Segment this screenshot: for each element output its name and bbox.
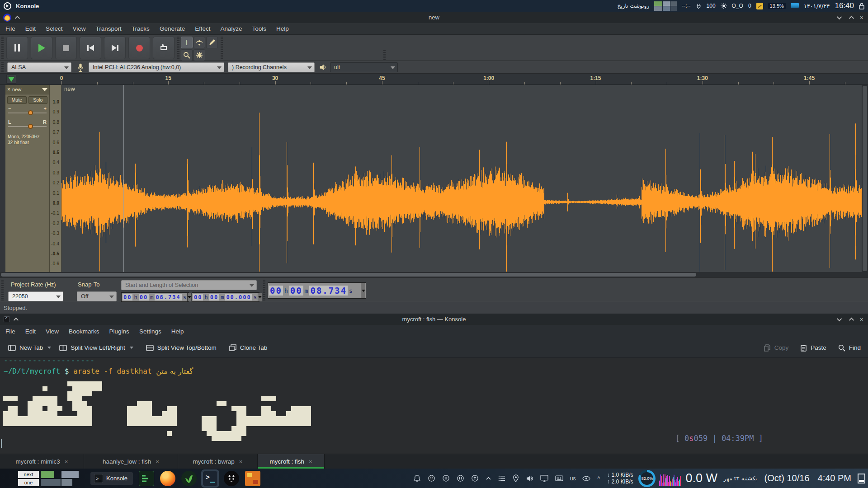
eyes-widget[interactable]: O_O — [732, 3, 743, 9]
timeline-ruler[interactable]: 01530451:001:151:301:45 — [0, 74, 868, 85]
project-rate-select[interactable]: 22050 — [8, 291, 63, 301]
timeline-pin-button[interactable] — [6, 75, 16, 84]
panel-caret[interactable]: ^ — [597, 475, 600, 482]
menu-file[interactable]: File — [5, 25, 15, 32]
keyboard-icon[interactable] — [555, 475, 563, 481]
menu-generate[interactable]: Generate — [160, 25, 185, 32]
pause-circle-icon[interactable] — [457, 474, 464, 482]
active-app-icon[interactable] — [4, 2, 11, 10]
keyboard-layout-indicator[interactable]: us — [570, 475, 576, 482]
vertical-scale-ruler[interactable]: 1.00.90.80.70.60.50.40.30.20.10.0-0.1-0.… — [50, 85, 61, 272]
pager-cell[interactable] — [670, 6, 677, 11]
waveform-area[interactable]: new — [61, 85, 862, 272]
cpu-gauge[interactable]: 82.0% — [638, 470, 656, 487]
menu-edit[interactable]: Edit — [25, 328, 36, 335]
eye-icon[interactable] — [582, 476, 590, 481]
menu-select[interactable]: Select — [46, 25, 63, 32]
gain-thumb[interactable] — [28, 110, 33, 115]
selection-start-field[interactable]: 00h 00m 08.734s — [121, 292, 189, 302]
close-icon[interactable]: × — [860, 316, 863, 323]
pager-widget[interactable]: next one — [18, 471, 39, 486]
maximize-icon[interactable] — [849, 317, 854, 322]
new-tab-button[interactable]: New Tab — [8, 344, 51, 351]
pager-desktop-next[interactable]: next — [18, 471, 39, 478]
snap-to-select[interactable]: Off — [77, 291, 117, 301]
lock-icon[interactable] — [859, 3, 864, 9]
gain-slider[interactable]: − + — [8, 106, 47, 117]
pager-cell[interactable] — [670, 1, 677, 6]
konsole-titlebar[interactable]: mycroft : fish — Konsole × — [0, 314, 868, 325]
find-button[interactable]: Find — [838, 344, 861, 352]
menu-settings[interactable]: Settings — [139, 328, 161, 335]
launcher-plant-icon[interactable] — [181, 471, 197, 486]
menu-edit[interactable]: Edit — [25, 25, 36, 32]
launcher-cat-icon[interactable] — [224, 471, 239, 486]
pager-cell[interactable] — [654, 6, 662, 11]
audio-host-select[interactable]: ALSA — [7, 62, 71, 72]
launcher-terminal-active-icon[interactable]: > — [203, 471, 218, 486]
location-pin-icon[interactable] — [513, 474, 519, 482]
panel-clock[interactable]: 16:40 — [835, 1, 854, 10]
skip-to-end-button[interactable] — [104, 37, 126, 59]
volume-icon[interactable] — [526, 475, 533, 482]
minimize-icon[interactable] — [837, 14, 842, 19]
show-desktop-button[interactable] — [858, 474, 865, 483]
menu-help[interactable]: Help — [171, 328, 184, 335]
sun-icon[interactable] — [721, 3, 727, 9]
audacity-titlebar[interactable]: new × — [0, 12, 868, 23]
menu-bookmarks[interactable]: Bookmarks — [69, 328, 99, 335]
selection-length-field[interactable]: 00h 00m 00.000s — [192, 292, 259, 302]
pager-cell[interactable] — [663, 1, 670, 6]
multi-tool-button[interactable] — [193, 49, 205, 61]
play-button[interactable] — [31, 37, 52, 59]
pan-slider[interactable]: L R — [8, 119, 47, 131]
menu-effect[interactable]: Effect — [195, 25, 210, 32]
display-icon[interactable] — [540, 475, 548, 482]
audio-position-field[interactable]: 00h 00m 08.734s — [268, 282, 366, 299]
paste-button[interactable]: Paste — [800, 344, 826, 352]
menu-plugins[interactable]: Plugins — [109, 328, 129, 335]
pause-circle-icon[interactable] — [442, 474, 450, 482]
upload-circle-icon[interactable] — [471, 474, 479, 482]
menu-help[interactable]: Help — [276, 25, 289, 32]
mute-button[interactable]: Mute — [7, 96, 27, 104]
tab-close-icon[interactable]: × — [309, 458, 312, 465]
close-icon[interactable]: × — [860, 14, 863, 21]
waveform-canvas[interactable] — [61, 85, 862, 272]
zoom-tool-button[interactable] — [181, 49, 193, 61]
clone-tab-button[interactable]: Clone Tab — [229, 344, 268, 351]
tab-haaniye-low-fish[interactable]: haaniye_low : fish× — [84, 454, 178, 469]
shade-window-icon[interactable] — [14, 317, 19, 322]
maximize-icon[interactable] — [849, 15, 854, 20]
pager-cell[interactable] — [663, 6, 670, 11]
split-view-lr-button[interactable]: Split View Left/Right — [59, 344, 133, 351]
menu-view[interactable]: View — [46, 328, 59, 335]
field-spinner[interactable] — [187, 293, 191, 301]
record-button[interactable] — [128, 37, 150, 59]
solo-button[interactable]: Solo — [28, 96, 48, 104]
menu-transport[interactable]: Transport — [96, 25, 122, 32]
taskbar-time[interactable]: 4:40 PM — [818, 473, 851, 483]
tab-mycroft-mimic3[interactable]: mycroft : mimic3× — [0, 454, 84, 469]
track-close-button[interactable]: × — [7, 86, 10, 93]
taskbar-date[interactable]: (Oct) 10/16 — [764, 473, 809, 483]
tab-close-icon[interactable]: × — [156, 458, 159, 465]
tray-expander-icon[interactable] — [486, 476, 491, 480]
tab-mycroft-fish[interactable]: mycroft : fish× — [258, 454, 325, 469]
pause-button[interactable] — [6, 37, 28, 59]
notifications-bell-icon[interactable] — [413, 474, 421, 482]
selection-tool-button[interactable]: I — [181, 37, 193, 48]
menu-view[interactable]: View — [73, 25, 86, 32]
draw-tool-button[interactable] — [206, 37, 218, 48]
horizontal-scrollbar[interactable] — [0, 272, 868, 277]
menu-tools[interactable]: Tools — [252, 25, 266, 32]
track-control-panel[interactable]: × new Mute Solo − + L R Mono, 22050Hz 32… — [5, 85, 50, 272]
terminal-view[interactable]: ------------------- ~/D/t/mycroft $ aras… — [0, 358, 868, 454]
menu-analyze[interactable]: Analyze — [220, 25, 242, 32]
pager-desktop-one[interactable]: one — [18, 479, 39, 486]
network-speed-widget[interactable]: ↓ 1.0 KiB/s ↑ 2.0 KiB/s — [607, 472, 633, 485]
menu-tracks[interactable]: Tracks — [132, 25, 150, 32]
copy-button[interactable]: Copy — [764, 344, 789, 352]
shade-window-icon[interactable] — [15, 15, 20, 20]
vertical-scrollbar[interactable] — [862, 85, 868, 272]
